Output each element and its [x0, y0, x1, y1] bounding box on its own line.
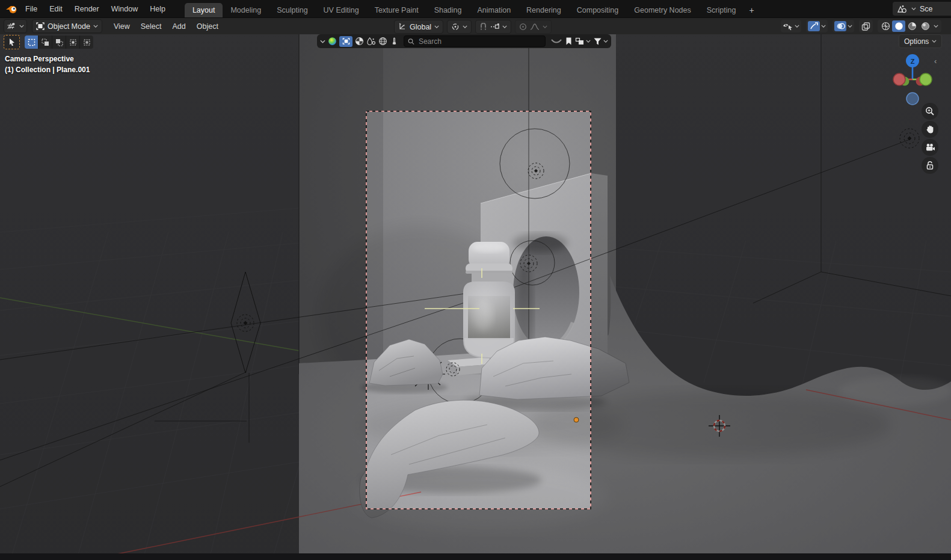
select-mode-new-button[interactable] [25, 35, 38, 49]
menu-view[interactable]: View [108, 20, 135, 32]
lock-view-button[interactable] [922, 157, 938, 174]
tab-layout[interactable]: Layout [185, 3, 223, 17]
filter-dropdown[interactable] [593, 37, 608, 46]
camera-view-button[interactable] [922, 139, 938, 156]
shading-solid-button[interactable] [892, 20, 905, 32]
snap-target-icon [490, 23, 499, 31]
display-mode-dropdown[interactable] [575, 37, 591, 46]
menu-help[interactable]: Help [144, 3, 171, 15]
menu-select[interactable]: Select [135, 20, 167, 32]
select-mode-group [25, 35, 93, 49]
select-box-filter-toggle[interactable] [339, 36, 352, 47]
pill-bottle [463, 242, 515, 358]
proportional-editing-group[interactable] [515, 20, 552, 34]
gizmo-z-neg-ball[interactable] [906, 93, 919, 105]
shading-mode-group [878, 20, 941, 32]
options-button[interactable]: Options [899, 34, 942, 48]
pan-tool-button[interactable] [922, 121, 938, 138]
tab-rendering[interactable]: Rendering [519, 3, 569, 17]
tab-modeling[interactable]: Modeling [223, 3, 269, 17]
search-input[interactable] [417, 37, 541, 46]
select-mode-intersect-button[interactable] [80, 35, 93, 49]
search-field[interactable] [404, 35, 546, 47]
orientation-label: Global [410, 23, 431, 31]
active-object-label: (1) Collection | Plane.001 [5, 64, 90, 75]
shading-material-button[interactable] [905, 20, 919, 32]
visibility-eye-icon [783, 22, 793, 31]
tab-scripting[interactable]: Scripting [699, 3, 744, 17]
menu-file[interactable]: File [19, 3, 43, 15]
gizmos-toggle[interactable] [806, 20, 828, 32]
menu-add[interactable]: Add [167, 20, 191, 32]
snapping-group[interactable] [475, 20, 511, 34]
overlays-toggle[interactable] [833, 20, 854, 32]
scene-icon [897, 5, 908, 13]
bookmark-icon[interactable] [565, 37, 573, 46]
wide-chevron-icon[interactable] [550, 38, 562, 45]
zoom-tool-button[interactable] [922, 103, 938, 120]
tab-uv-editing[interactable]: UV Editing [316, 3, 367, 17]
menu-window[interactable]: Window [105, 3, 144, 15]
filter-funnel-icon [593, 37, 602, 46]
shading-rendered-button[interactable] [919, 20, 932, 32]
tab-shading[interactable]: Shading [426, 3, 470, 17]
brush-icon[interactable] [390, 37, 399, 46]
gizmo-x-ball[interactable] [893, 73, 905, 85]
globe-icon[interactable] [378, 37, 387, 46]
chevron-down-icon [502, 25, 507, 28]
magnet-snap-icon [479, 23, 487, 31]
transform-orientation-dropdown[interactable]: Global [394, 20, 443, 34]
chevron-down-icon [821, 25, 826, 28]
chevron-down-icon [934, 25, 938, 28]
tab-compositing[interactable]: Compositing [569, 3, 626, 17]
xray-toggle[interactable] [859, 20, 873, 32]
object-type-visibility-dropdown[interactable] [781, 20, 801, 32]
tab-animation[interactable]: Animation [470, 3, 519, 17]
pivot-point-dropdown[interactable] [447, 20, 472, 34]
blender-logo-icon[interactable] [5, 3, 18, 15]
select-mode-invert-button[interactable] [66, 35, 80, 49]
xray-icon [861, 22, 870, 31]
editor-3d-viewport-icon [7, 22, 16, 31]
select-mode-subtract-button[interactable] [52, 35, 66, 49]
chevron-down-icon [911, 7, 916, 10]
gizmo-y-ball[interactable] [920, 73, 932, 85]
view-name-label: Camera Perspective [5, 54, 90, 64]
hand-icon [926, 125, 935, 134]
tab-sculpting[interactable]: Sculpting [269, 3, 315, 17]
object-mode-icon [36, 22, 45, 30]
orientation-global-icon [398, 23, 407, 31]
viewport-filter-bar [317, 34, 611, 48]
active-tool-tweak-button[interactable] [4, 35, 20, 49]
object-origin-dot [574, 417, 579, 422]
chevron-down-icon [543, 25, 547, 28]
editor-type-button[interactable] [4, 19, 27, 33]
gizmo-arrow-icon [810, 22, 818, 30]
viewport-header: Object Mode View Select Add Object Globa… [0, 17, 951, 34]
select-box-icon [342, 37, 350, 45]
stacked-items-icon [575, 37, 585, 46]
shading-wireframe-button[interactable] [879, 20, 892, 32]
scene-selector[interactable]: Sce [893, 2, 951, 16]
chevron-down-icon[interactable] [320, 40, 325, 43]
tab-texture-paint[interactable]: Texture Paint [367, 3, 426, 17]
chevron-down-icon [93, 25, 98, 28]
tab-geometry-nodes[interactable]: Geometry Nodes [626, 3, 698, 17]
region-collapse-arrow[interactable]: ‹ [934, 57, 937, 66]
select-mode-extend-button[interactable] [38, 35, 52, 49]
camera-icon [925, 143, 935, 152]
viewport-visibility-pie-icon[interactable] [355, 37, 364, 46]
material-ball-icon[interactable] [328, 37, 337, 46]
mode-dropdown[interactable]: Object Mode [32, 19, 102, 33]
menu-edit[interactable]: Edit [43, 3, 69, 15]
chevron-down-icon [463, 25, 467, 28]
proportional-editing-icon [519, 23, 527, 31]
chevron-down-icon [434, 25, 439, 28]
chevron-down-icon [932, 40, 937, 43]
chevron-down-icon [848, 25, 852, 28]
3d-viewport-canvas[interactable] [0, 34, 951, 560]
menu-object[interactable]: Object [191, 20, 224, 32]
paint-drop-icon[interactable] [366, 37, 376, 46]
add-workspace-button[interactable]: + [743, 3, 759, 17]
menu-render[interactable]: Render [69, 3, 105, 15]
